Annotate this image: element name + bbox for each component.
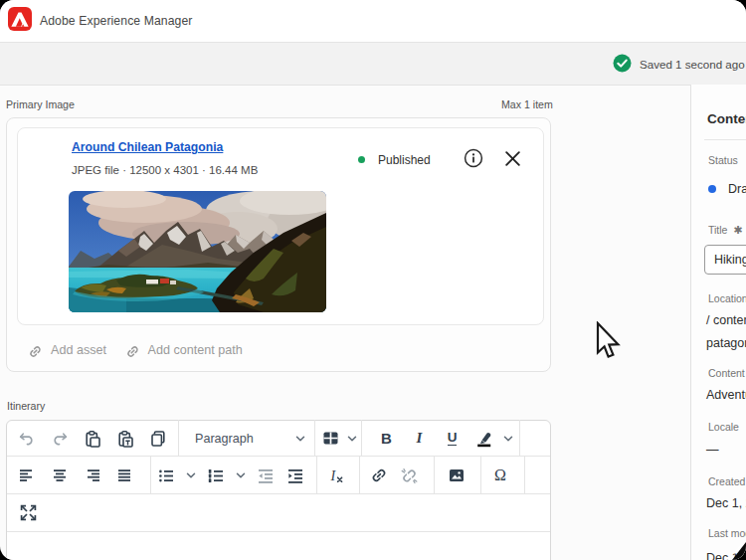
svg-text:I: I bbox=[329, 468, 336, 483]
